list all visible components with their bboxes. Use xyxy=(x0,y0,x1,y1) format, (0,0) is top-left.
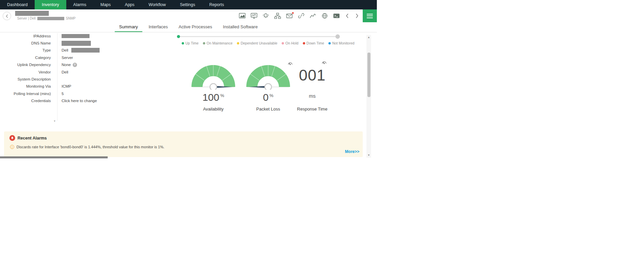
nav-inventory[interactable]: Inventory xyxy=(35,0,66,9)
response-time-label: Response Time xyxy=(285,106,339,112)
header-icon-toolbar xyxy=(239,9,359,22)
gauge-chart xyxy=(245,63,292,90)
availability-gauge: 100% Availability xyxy=(186,61,240,113)
nav-maps[interactable]: Maps xyxy=(93,0,118,9)
mini-gauge-icon[interactable] xyxy=(322,60,327,66)
alarm-bell-badge-icon xyxy=(9,135,15,141)
availability-unit: % xyxy=(220,93,224,98)
legend-dot xyxy=(303,42,305,44)
detail-row-uplink-dependency: Uplink Dependency None? xyxy=(0,61,128,68)
legend-dot xyxy=(203,42,205,44)
tab-summary[interactable]: Summary xyxy=(115,22,142,32)
topology-icon[interactable] xyxy=(274,13,281,19)
vertical-scrollbar[interactable]: ▲ ▼ xyxy=(366,35,371,158)
warning-icon: ! xyxy=(10,145,14,149)
detail-value: None xyxy=(62,63,71,67)
back-button[interactable] xyxy=(3,12,11,20)
top-nav: Dashboard Inventory Alarms Maps Apps Wor… xyxy=(0,0,377,9)
packet-loss-unit: % xyxy=(270,93,274,98)
detail-row-category: Category Server xyxy=(0,54,128,61)
status-timeline-track[interactable] xyxy=(178,36,338,37)
hamburger-menu-button[interactable] xyxy=(363,9,377,22)
detail-value: ICMP xyxy=(62,84,71,88)
console-icon[interactable] xyxy=(333,13,340,19)
detail-value: 5 xyxy=(62,92,64,96)
gauge-chart xyxy=(190,63,237,90)
nav-alarms[interactable]: Alarms xyxy=(66,0,94,9)
performance-monitor-icon[interactable] xyxy=(251,13,257,19)
legend-item-not-monitored: Not Monitored xyxy=(328,41,354,45)
gauge-hub xyxy=(210,84,217,90)
timeline-end-handle[interactable] xyxy=(335,34,340,39)
detail-row-polling-interval: Polling Interval (mins) 5 xyxy=(0,90,128,97)
next-device-icon[interactable] xyxy=(355,12,359,19)
mail-icon[interactable] xyxy=(286,13,293,19)
detail-row-vendor: Vendor Dell xyxy=(0,68,128,75)
legend-item-dependent-unavailable: Dependent Unavailable xyxy=(237,41,277,45)
detail-label: Polling Interval (mins) xyxy=(0,92,51,96)
response-time-unit: ms xyxy=(285,93,339,99)
detail-label: Monitoring Via xyxy=(0,84,51,88)
device-subtitle: Server | Dell SNMP xyxy=(17,17,76,20)
nav-settings[interactable]: Settings xyxy=(173,0,202,9)
details-divider xyxy=(57,33,58,121)
tab-active-processes[interactable]: Active Processes xyxy=(174,22,217,32)
legend-label: Not Monitored xyxy=(332,41,354,45)
gauge-hub xyxy=(265,84,272,90)
legend-dot xyxy=(282,42,284,44)
collapse-details-icon[interactable]: ▾ xyxy=(54,119,56,123)
tab-installed-software[interactable]: Installed Software xyxy=(219,22,262,32)
vertical-scrollbar-thumb[interactable] xyxy=(367,53,370,97)
opmanager-app: Dashboard Inventory Alarms Maps Apps Wor… xyxy=(0,0,377,159)
credentials-change-link[interactable]: Click here to change xyxy=(62,99,97,103)
tab-bar: Summary Interfaces Active Processes Inst… xyxy=(0,22,377,32)
detail-label: Uplink Dependency xyxy=(0,63,51,67)
status-legend: Up Time On Maintenance Dependent Unavail… xyxy=(182,41,354,45)
alarms-more-link[interactable]: More>> xyxy=(345,149,359,154)
detail-row-monitoring-via: Monitoring Via ICMP xyxy=(0,83,128,90)
device-details-panel: IPAddress DNS Name Type Dell Category Se… xyxy=(0,32,128,104)
scroll-down-arrow[interactable]: ▼ xyxy=(366,154,371,157)
help-icon[interactable]: ? xyxy=(73,63,77,67)
alarm-list-item: ! Discards rate for Interface 'bond0-bon… xyxy=(10,145,165,149)
previous-device-icon[interactable] xyxy=(345,12,350,19)
alarm-bell-icon[interactable] xyxy=(262,13,269,19)
detail-row-type: Type Dell xyxy=(0,47,128,54)
hamburger-bar xyxy=(367,14,373,14)
legend-label: Down Time xyxy=(307,41,324,45)
nav-reports[interactable]: Reports xyxy=(202,0,231,9)
legend-dot xyxy=(237,42,239,44)
device-protocol-text: SNMP xyxy=(66,17,76,20)
legend-dot xyxy=(328,42,331,44)
detail-label: System Description xyxy=(0,77,51,81)
legend-item-on-hold: On Hold xyxy=(282,41,298,45)
detail-label: DNS Name xyxy=(0,41,51,45)
nav-workflow[interactable]: Workflow xyxy=(142,0,173,9)
chevron-left-icon xyxy=(5,14,9,18)
detail-label: IPAddress xyxy=(0,34,51,38)
link-icon[interactable] xyxy=(298,13,305,19)
legend-item-down-time: Down Time xyxy=(303,41,324,45)
detail-value: Dell xyxy=(62,70,68,74)
legend-item-up-time: Up Time xyxy=(182,41,199,45)
tab-interfaces[interactable]: Interfaces xyxy=(144,22,172,32)
notification-dot xyxy=(292,12,294,14)
legend-dot xyxy=(182,42,184,44)
recent-alarms-header: Recent Alarms xyxy=(9,135,47,141)
nav-dashboard[interactable]: Dashboard xyxy=(0,0,35,9)
availability-value: 100% xyxy=(186,92,240,103)
area-chart-icon[interactable] xyxy=(239,13,246,19)
horizontal-scrollbar-thumb[interactable] xyxy=(0,156,108,158)
detail-label: Vendor xyxy=(0,70,51,74)
trend-line-icon[interactable] xyxy=(310,13,316,19)
response-time-widget: 001 ms Response Time xyxy=(285,61,339,113)
legend-label: On Maintenance xyxy=(207,41,232,45)
nav-apps[interactable]: Apps xyxy=(118,0,142,9)
globe-icon[interactable] xyxy=(321,13,328,19)
detail-label: Type xyxy=(0,48,51,52)
scroll-up-arrow[interactable]: ▲ xyxy=(366,36,371,39)
detail-value: Dell xyxy=(62,48,68,52)
timeline-start-handle[interactable] xyxy=(177,35,180,38)
summary-content: IPAddress DNS Name Type Dell Category Se… xyxy=(0,32,377,159)
detail-row-credentials: Credentials Click here to change xyxy=(0,97,128,104)
